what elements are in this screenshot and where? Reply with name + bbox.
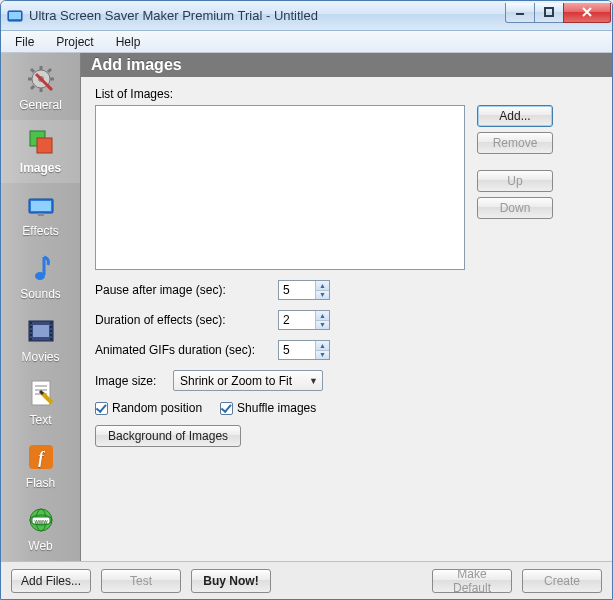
document-icon (25, 378, 57, 410)
down-button[interactable]: Down (477, 197, 553, 219)
sidebar-item-label: Text (29, 413, 51, 427)
svg-rect-1 (9, 12, 21, 19)
sidebar-item-flash[interactable]: f Flash (1, 435, 80, 498)
flash-icon: f (25, 441, 57, 473)
test-button[interactable]: Test (101, 569, 181, 593)
sidebar-item-effects[interactable]: Effects (1, 183, 80, 246)
sidebar-item-label: Sounds (20, 287, 61, 301)
gif-input[interactable] (279, 341, 315, 359)
sidebar: General Images Effects Sounds (1, 53, 81, 561)
pause-input-wrap: ▲▼ (278, 280, 330, 300)
window-title: Ultra Screen Saver Maker Premium Trial -… (29, 8, 506, 23)
make-default-button[interactable]: Make Default (432, 569, 512, 593)
svg-rect-30 (50, 330, 52, 332)
images-icon (25, 126, 57, 158)
app-icon (7, 8, 23, 24)
effects-icon (25, 189, 57, 221)
checkbox-icon (220, 402, 233, 415)
svg-rect-27 (30, 338, 32, 340)
music-note-icon (25, 252, 57, 284)
gif-spin-down[interactable]: ▼ (316, 350, 329, 360)
body: General Images Effects Sounds (1, 53, 612, 561)
buy-now-button[interactable]: Buy Now! (191, 569, 271, 593)
svg-rect-24 (30, 326, 32, 328)
duration-spin-down[interactable]: ▼ (316, 320, 329, 330)
svg-rect-19 (38, 213, 44, 216)
svg-rect-28 (50, 322, 52, 324)
sidebar-item-label: General (19, 98, 62, 112)
svg-rect-23 (30, 322, 32, 324)
duration-label: Duration of effects (sec): (95, 313, 270, 327)
svg-rect-29 (50, 326, 52, 328)
panel-body: List of Images: Add... Remove Up Down Pa… (81, 77, 612, 561)
add-button[interactable]: Add... (477, 105, 553, 127)
checkbox-icon (95, 402, 108, 415)
svg-line-10 (31, 69, 34, 72)
minimize-button[interactable] (505, 3, 535, 23)
pause-label: Pause after image (sec): (95, 283, 270, 297)
pause-input[interactable] (279, 281, 315, 299)
up-button[interactable]: Up (477, 170, 553, 192)
menubar: File Project Help (1, 31, 612, 53)
duration-spin-up[interactable]: ▲ (316, 311, 329, 320)
footer: Add Files... Test Buy Now! Make Default … (1, 561, 612, 599)
sidebar-item-general[interactable]: General (1, 57, 80, 120)
sidebar-item-label: Movies (21, 350, 59, 364)
svg-rect-22 (33, 325, 49, 337)
sidebar-item-images[interactable]: Images (1, 120, 80, 183)
sidebar-item-label: Flash (26, 476, 55, 490)
shuffle-images-label: Shuffle images (237, 401, 316, 415)
svg-rect-3 (545, 8, 553, 16)
image-size-select[interactable]: Shrink or Zoom to Fit ▼ (173, 370, 323, 391)
sidebar-item-sounds[interactable]: Sounds (1, 246, 80, 309)
film-icon (25, 315, 57, 347)
svg-rect-26 (30, 334, 32, 336)
gif-label: Animated GIFs duration (sec): (95, 343, 270, 357)
gif-input-wrap: ▲▼ (278, 340, 330, 360)
sidebar-item-web[interactable]: www Web (1, 498, 80, 561)
svg-rect-32 (50, 338, 52, 340)
duration-input[interactable] (279, 311, 315, 329)
sidebar-item-label: Images (20, 161, 61, 175)
shuffle-images-checkbox[interactable]: Shuffle images (220, 401, 316, 415)
svg-text:www: www (33, 518, 48, 524)
titlebar[interactable]: Ultra Screen Saver Maker Premium Trial -… (1, 1, 612, 31)
svg-rect-25 (30, 330, 32, 332)
create-button[interactable]: Create (522, 569, 602, 593)
svg-rect-2 (516, 13, 524, 15)
remove-button[interactable]: Remove (477, 132, 553, 154)
menu-file[interactable]: File (5, 33, 44, 51)
svg-rect-16 (37, 138, 52, 153)
background-of-images-button[interactable]: Background of Images (95, 425, 241, 447)
duration-input-wrap: ▲▼ (278, 310, 330, 330)
add-files-button[interactable]: Add Files... (11, 569, 91, 593)
menu-project[interactable]: Project (46, 33, 103, 51)
image-size-value: Shrink or Zoom to Fit (180, 374, 292, 388)
close-button[interactable] (563, 3, 611, 23)
gear-icon (25, 63, 57, 95)
list-label: List of Images: (95, 87, 598, 101)
chevron-down-icon: ▼ (309, 376, 318, 386)
app-window: Ultra Screen Saver Maker Premium Trial -… (0, 0, 613, 600)
svg-line-12 (48, 69, 51, 72)
svg-point-20 (35, 272, 45, 280)
panel-title: Add images (81, 53, 612, 77)
window-controls (506, 3, 611, 23)
pause-spin-down[interactable]: ▼ (316, 290, 329, 300)
svg-rect-18 (31, 201, 51, 211)
sidebar-item-label: Effects (22, 224, 58, 238)
maximize-button[interactable] (534, 3, 564, 23)
menu-help[interactable]: Help (106, 33, 151, 51)
gif-spin-up[interactable]: ▲ (316, 341, 329, 350)
sidebar-item-text[interactable]: Text (1, 372, 80, 435)
random-position-checkbox[interactable]: Random position (95, 401, 202, 415)
svg-line-13 (31, 86, 34, 89)
sidebar-item-movies[interactable]: Movies (1, 309, 80, 372)
globe-icon: www (25, 504, 57, 536)
images-listbox[interactable] (95, 105, 465, 270)
svg-rect-31 (50, 334, 52, 336)
sidebar-item-label: Web (28, 539, 52, 553)
content-area: Add images List of Images: Add... Remove… (81, 53, 612, 561)
size-label: Image size: (95, 374, 165, 388)
pause-spin-up[interactable]: ▲ (316, 281, 329, 290)
